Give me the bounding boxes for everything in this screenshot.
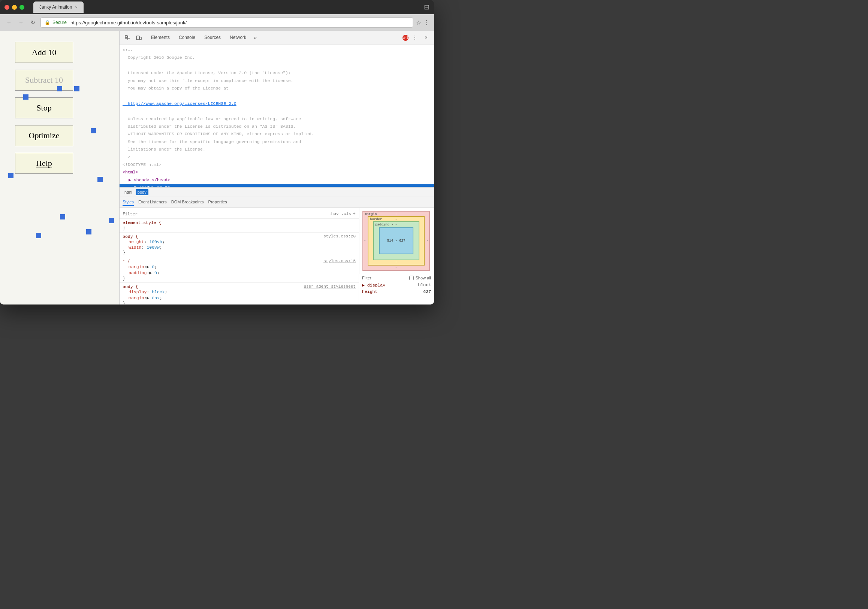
tab-title: Janky Animation [39,5,72,10]
traffic-lights [5,5,24,10]
css-source-body[interactable]: styles.css:20 [324,234,356,239]
styles-left: :hov .cls + element.style { } body { sty… [119,208,359,304]
breadcrumb-bar: html body [119,187,434,197]
show-all-label[interactable]: Show all [409,276,431,280]
tab-elements[interactable]: Elements [147,32,174,43]
add-10-button[interactable]: Add 10 [15,42,73,63]
css-prop: margin:▶ 8px; [122,295,356,301]
tab-console[interactable]: Console [174,32,200,43]
svg-rect-4 [140,37,141,40]
content-dimensions: 514 × 627 [387,239,406,243]
devtools-panel: Elements Console Sources Network » ⊗ 1 ⋮… [119,31,434,304]
browser-tab[interactable]: Janky Animation × [33,2,84,13]
css-prop: display: block; [122,289,356,295]
minimize-button[interactable] [12,5,17,10]
css-rule-agent-body: body { user agent stylesheet display: bl… [119,283,359,304]
maximize-button[interactable] [20,5,24,10]
dot-9 [86,229,91,235]
html-line: <!DOCTYPE html> [119,161,434,168]
html-line: Unless required by applicable law or agr… [119,115,434,123]
more-tabs-button[interactable]: » [251,33,260,42]
bottom-panel: Styles Event Listeners DOM Breakpoints P… [119,197,434,304]
dot-7 [60,214,65,219]
error-number: 1 [406,36,409,40]
css-selector-star: * { [122,259,130,264]
dot-2 [57,86,62,91]
html-line: See the License for the specific languag… [119,138,434,146]
content-layer: 514 × 627 [379,227,413,254]
css-source-agent[interactable]: user agent stylesheet [304,284,356,289]
filter-input[interactable] [122,212,327,216]
dom-breakpoints-tab[interactable]: DOM Breakpoints [171,198,204,206]
secure-icon: 🔒 [45,20,50,25]
reload-button[interactable]: ↻ [28,18,37,27]
tab-close-icon[interactable]: × [75,5,77,9]
html-line: <!-- [119,46,434,54]
svg-rect-0 [125,36,127,37]
bookmark-icon[interactable]: ☆ [416,19,421,26]
css-source-star[interactable]: styles.css:15 [324,259,356,264]
event-listeners-tab[interactable]: Event Listeners [138,198,167,206]
computed-prop-height: height [362,289,377,294]
add-style-icon[interactable]: + [353,211,356,217]
html-line [119,108,434,115]
html-line: --> [119,153,434,161]
address-bar: ← → ↻ 🔒 Secure https://googlechrome.gith… [0,14,434,31]
css-rule-body: body { styles.css:20 height: 100vh; widt… [119,233,359,257]
dot-3 [74,86,79,91]
device-toolbar-icon[interactable] [134,33,144,43]
html-body-selected[interactable]: … ▼ <body> == $0 [119,184,434,187]
dot-6 [98,177,103,182]
css-close-brace: } [122,301,125,304]
css-selector: element.style { [122,220,161,225]
main-area: Add 10 Subtract 10 Stop Optimize Help [0,31,434,304]
breadcrumb-body[interactable]: body [136,189,149,195]
close-button[interactable] [5,5,9,10]
show-all-checkbox[interactable] [409,276,414,280]
css-rule-element-style: element.style { } [119,219,359,233]
address-right-icons: ☆ ⋮ [416,19,429,26]
html-line: Copyright 2016 Google Inc. [119,54,434,62]
error-count: ⊗ [403,36,406,40]
url-display: https://googlechrome.github.io/devtools-… [70,20,187,25]
optimize-button[interactable]: Optimize [15,125,73,146]
css-selector-body: body { [122,234,138,239]
html-line: ▶ <head>…</head> [119,176,434,184]
devtools-right-icons: ⊗ 1 ⋮ × [403,33,431,43]
computed-section: Filter Show all ▶ display block height [359,274,434,304]
styles-tab[interactable]: Styles [122,198,134,206]
devtools-tabs: Elements Console Sources Network » [147,32,401,43]
css-close-brace: } [122,276,125,281]
html-line: you may not use this file except in comp… [119,77,434,85]
devtools-toolbar: Elements Console Sources Network » ⊗ 1 ⋮… [119,31,434,45]
filter-row: :hov .cls + [119,209,359,219]
properties-tab[interactable]: Properties [208,198,227,206]
more-icon[interactable]: ⋮ [423,19,429,26]
subtract-10-button[interactable]: Subtract 10 [15,70,73,91]
dot-1 [23,94,28,100]
html-tree: <!-- Copyright 2016 Google Inc. Licensed… [119,45,434,187]
forward-button[interactable]: → [17,18,25,27]
computed-val-display: block [418,283,431,287]
devtools-icon[interactable]: ⊟ [424,3,429,11]
tab-network[interactable]: Network [225,32,251,43]
help-button[interactable]: Help [15,153,73,174]
devtools-more-options[interactable]: ⋮ [410,33,420,43]
stop-button[interactable]: Stop [15,97,73,118]
inspect-element-icon[interactable] [122,33,132,43]
html-line: http://www.apache.org/licenses/LICENSE-2… [119,100,434,108]
secure-label: Secure [53,20,67,25]
styles-panel: :hov .cls + element.style { } body { sty… [119,208,434,304]
title-bar-icons: ⊟ [424,3,429,11]
devtools-close-button[interactable]: × [421,33,431,43]
css-selector-agent-body: body { [122,284,138,289]
tab-sources[interactable]: Sources [200,32,225,43]
computed-row: height 627 [362,288,431,295]
breadcrumb-html[interactable]: html [122,189,134,195]
back-button[interactable]: ← [5,18,14,27]
page-content: Add 10 Subtract 10 Stop Optimize Help [0,31,119,304]
filter-pseudo[interactable]: :hov .cls [329,212,351,216]
address-input[interactable]: 🔒 Secure https://googlechrome.github.io/… [40,17,413,28]
svg-rect-3 [136,36,140,40]
dot-4 [91,128,96,133]
